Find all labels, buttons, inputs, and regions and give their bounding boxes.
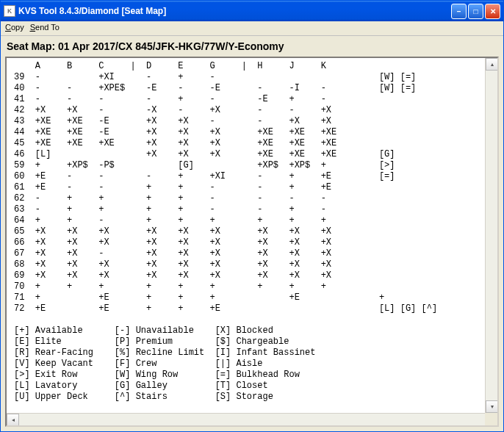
scroll-up-button[interactable]: ▴: [486, 58, 498, 71]
seat-map-area: A B C | D E G | H J K 39 - +XI - + - [W]…: [5, 57, 499, 427]
hscroll-track[interactable]: [19, 414, 485, 425]
menu-copy-rest: opy: [11, 23, 24, 32]
menu-bar: Copy Send To: [1, 21, 503, 36]
horizontal-scrollbar[interactable]: ◂ ▸: [7, 413, 497, 425]
minimize-button[interactable]: –: [451, 4, 467, 19]
vertical-scrollbar[interactable]: ▴ ▾: [485, 58, 497, 413]
title-bar: K KVS Tool 8.4.3/Diamond [Seat Map] – □ …: [1, 1, 503, 21]
scroll-left-button[interactable]: ◂: [7, 414, 19, 426]
window-title: KVS Tool 8.4.3/Diamond [Seat Map]: [18, 6, 451, 16]
seat-map-text: A B C | D E G | H J K 39 - +XI - + - [W]…: [7, 58, 497, 413]
menu-copy[interactable]: Copy: [5, 23, 24, 34]
close-button[interactable]: ✕: [485, 4, 500, 19]
vscroll-track[interactable]: [486, 71, 497, 400]
seat-map-header: Seat Map: 01 Apr 2017/CX 845/JFK-HKG/77W…: [5, 39, 499, 57]
app-icon: K: [4, 5, 15, 17]
scroll-corner: [485, 413, 497, 425]
scroll-down-button[interactable]: ▾: [486, 400, 498, 413]
menu-sendto-rest: end To: [35, 23, 60, 32]
menu-sendto[interactable]: Send To: [30, 23, 60, 34]
maximize-button[interactable]: □: [468, 4, 483, 19]
